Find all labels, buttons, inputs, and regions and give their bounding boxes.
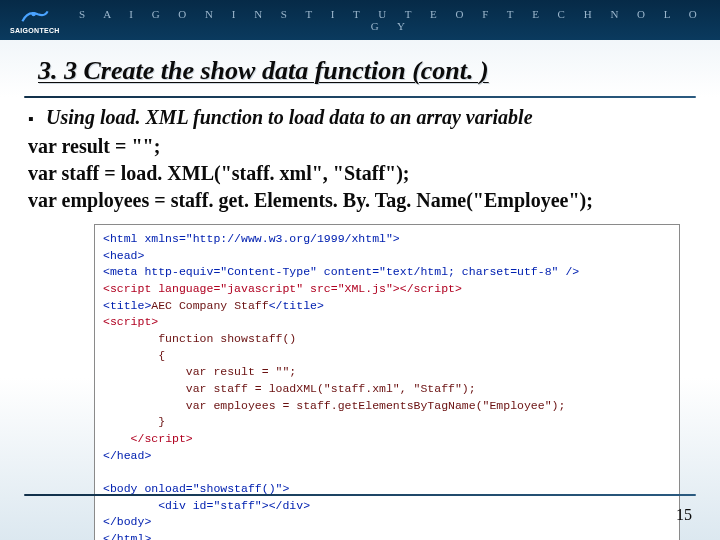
snippet-line: <script> bbox=[103, 315, 158, 328]
svg-point-0 bbox=[31, 12, 35, 16]
code-snippet: <html xmlns="http://www.w3.org/1999/xhtm… bbox=[94, 224, 680, 540]
logo-label: SAIGONTECH bbox=[10, 27, 60, 34]
snippet-line: </html> bbox=[103, 532, 151, 540]
snippet-line: <meta http-equiv="Content-Type" content=… bbox=[103, 265, 579, 278]
snippet-line: <title> bbox=[103, 299, 151, 312]
code-line-3: var employees = staff. get. Elements. By… bbox=[28, 187, 692, 214]
snippet-line: <head> bbox=[103, 249, 144, 262]
snippet-line: <script language="javascript" src="XML.j… bbox=[103, 282, 434, 295]
snippet-line: AEC Company Staff bbox=[151, 299, 268, 312]
snippet-line: var employees = staff.getElementsByTagNa… bbox=[103, 399, 565, 412]
snippet-line: function showstaff() bbox=[103, 332, 296, 345]
body-content: ▪Using load. XML function to load data t… bbox=[0, 98, 720, 540]
square-bullet-icon: ▪ bbox=[28, 110, 46, 128]
slide: SAIGONTECH S A I G O N I N S T I T U T E… bbox=[0, 0, 720, 540]
snippet-line: } bbox=[103, 415, 165, 428]
logo: SAIGONTECH bbox=[10, 7, 60, 34]
swoosh-icon bbox=[21, 7, 49, 27]
snippet-line: <div id="staff"></div> bbox=[103, 499, 310, 512]
bullet-item: ▪Using load. XML function to load data t… bbox=[28, 106, 692, 129]
snippet-line: { bbox=[103, 349, 165, 362]
title-region: 3. 3 Create the show data function (cont… bbox=[0, 40, 720, 92]
snippet-line: </head> bbox=[103, 449, 151, 462]
snippet-line: <html xmlns="http://www.w3.org/1999/xhtm… bbox=[103, 232, 400, 245]
snippet-line: ipt> bbox=[434, 282, 462, 295]
snippet-line: </scr bbox=[103, 432, 165, 445]
snippet-line: </title> bbox=[269, 299, 324, 312]
institute-name: S A I G O N I N S T I T U T E O F T E C … bbox=[74, 8, 710, 32]
page-number: 15 bbox=[676, 506, 692, 524]
snippet-line: var staff = loadXML("staff.xml", "Staff"… bbox=[103, 382, 476, 395]
snippet-line: ipt> bbox=[165, 432, 193, 445]
snippet-line: </body> bbox=[103, 515, 151, 528]
header-bar: SAIGONTECH S A I G O N I N S T I T U T E… bbox=[0, 0, 720, 40]
code-line-2: var staff = load. XML("staff. xml", "Sta… bbox=[28, 160, 692, 187]
footer-divider bbox=[24, 494, 696, 496]
bullet-text: Using load. XML function to load data to… bbox=[46, 106, 533, 128]
slide-title: 3. 3 Create the show data function (cont… bbox=[38, 56, 682, 86]
snippet-line: var result = ""; bbox=[103, 365, 296, 378]
code-line-1: var result = ""; bbox=[28, 133, 692, 160]
